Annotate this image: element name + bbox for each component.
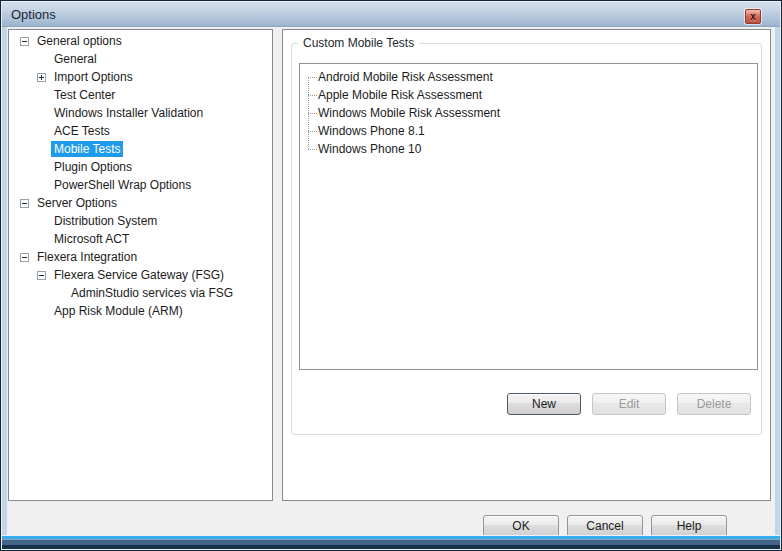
collapse-minus-icon[interactable]	[20, 37, 29, 46]
dialog-client-area: General optionsGeneralImport OptionsTest…	[7, 27, 775, 535]
tree-item-test-center[interactable]: Test Center	[9, 86, 272, 104]
tree-item-general-options[interactable]: General options	[9, 32, 272, 50]
delete-button[interactable]: Delete	[677, 393, 751, 415]
list-item-windows-mobile-risk-assessment[interactable]: Windows Mobile Risk Assessment	[300, 104, 757, 122]
tree-item-windows-installer-validation[interactable]: Windows Installer Validation	[9, 104, 272, 122]
close-icon[interactable]: x	[745, 9, 761, 24]
options-dialog: Options x General optionsGeneralImport O…	[0, 0, 782, 551]
tree-item-label: Import Options	[51, 69, 136, 85]
tree-item-microsoft-act[interactable]: Microsoft ACT	[9, 230, 272, 248]
collapse-minus-icon[interactable]	[37, 271, 46, 280]
tree-item-label: Microsoft ACT	[51, 231, 132, 247]
tree-item-label: PowerShell Wrap Options	[51, 177, 194, 193]
tree-item-label: Windows Installer Validation	[51, 105, 206, 121]
new-button[interactable]: New	[507, 393, 581, 415]
custom-mobile-tests-group: Custom Mobile Tests Android Mobile Risk …	[291, 43, 762, 435]
collapse-minus-icon[interactable]	[20, 199, 29, 208]
tree-item-general[interactable]: General	[9, 50, 272, 68]
tree-item-label: Server Options	[34, 195, 120, 211]
window-frame-bottom	[2, 535, 780, 549]
tree-item-label: General options	[34, 33, 125, 49]
tree-item-powershell-wrap-options[interactable]: PowerShell Wrap Options	[9, 176, 272, 194]
window-frame-left	[2, 27, 7, 535]
list-item-windows-phone-10[interactable]: Windows Phone 10	[300, 140, 757, 158]
list-item-apple-mobile-risk-assessment[interactable]: Apple Mobile Risk Assessment	[300, 86, 757, 104]
title-bar[interactable]: Options x	[2, 2, 780, 27]
tree-item-server-options[interactable]: Server Options	[9, 194, 272, 212]
group-title: Custom Mobile Tests	[298, 36, 419, 50]
list-item-label: Apple Mobile Risk Assessment	[318, 88, 482, 102]
tree-item-label: General	[51, 51, 100, 67]
tree-item-label: ACE Tests	[51, 123, 113, 139]
list-item-label: Windows Mobile Risk Assessment	[318, 106, 500, 120]
tree-item-label: Flexera Integration	[34, 249, 140, 265]
list-item-label: Android Mobile Risk Assessment	[318, 70, 493, 84]
tree-item-distribution-system[interactable]: Distribution System	[9, 212, 272, 230]
help-button[interactable]: Help	[651, 515, 727, 535]
window-frame-right	[775, 27, 780, 535]
tree-item-plugin-options[interactable]: Plugin Options	[9, 158, 272, 176]
list-item-label: Windows Phone 8.1	[318, 124, 425, 138]
dialog-actions: OK Cancel Help	[483, 515, 727, 535]
ok-button[interactable]: OK	[483, 515, 559, 535]
settings-pane: Custom Mobile Tests Android Mobile Risk …	[282, 29, 771, 501]
tree-item-label: App Risk Module (ARM)	[51, 303, 186, 319]
tree-item-label: Mobile Tests	[51, 141, 123, 157]
tree-item-flexera-service-gateway-fsg[interactable]: Flexera Service Gateway (FSG)	[9, 266, 272, 284]
options-tree: General optionsGeneralImport OptionsTest…	[8, 29, 273, 501]
tree-item-mobile-tests[interactable]: Mobile Tests	[9, 140, 272, 158]
list-item-label: Windows Phone 10	[318, 142, 421, 156]
tree-item-flexera-integration[interactable]: Flexera Integration	[9, 248, 272, 266]
tree-item-label: Flexera Service Gateway (FSG)	[51, 267, 227, 283]
tree-item-label: Plugin Options	[51, 159, 135, 175]
expand-plus-icon[interactable]	[37, 73, 46, 82]
list-actions: New Edit Delete	[507, 393, 751, 415]
list-item-android-mobile-risk-assessment[interactable]: Android Mobile Risk Assessment	[300, 68, 757, 86]
tree-item-app-risk-module-arm[interactable]: App Risk Module (ARM)	[9, 302, 272, 320]
cancel-button[interactable]: Cancel	[567, 515, 643, 535]
tree-item-ace-tests[interactable]: ACE Tests	[9, 122, 272, 140]
tree-item-label: AdminStudio services via FSG	[68, 285, 236, 301]
window-title: Options	[11, 7, 56, 22]
tree-item-label: Distribution System	[51, 213, 160, 229]
tree-item-import-options[interactable]: Import Options	[9, 68, 272, 86]
mobile-tests-list: Android Mobile Risk AssessmentApple Mobi…	[299, 63, 758, 370]
edit-button[interactable]: Edit	[592, 393, 666, 415]
tree-item-adminstudio-services-via-fsg[interactable]: AdminStudio services via FSG	[9, 284, 272, 302]
tree-item-label: Test Center	[51, 87, 118, 103]
list-item-windows-phone-8-1[interactable]: Windows Phone 8.1	[300, 122, 757, 140]
collapse-minus-icon[interactable]	[20, 253, 29, 262]
